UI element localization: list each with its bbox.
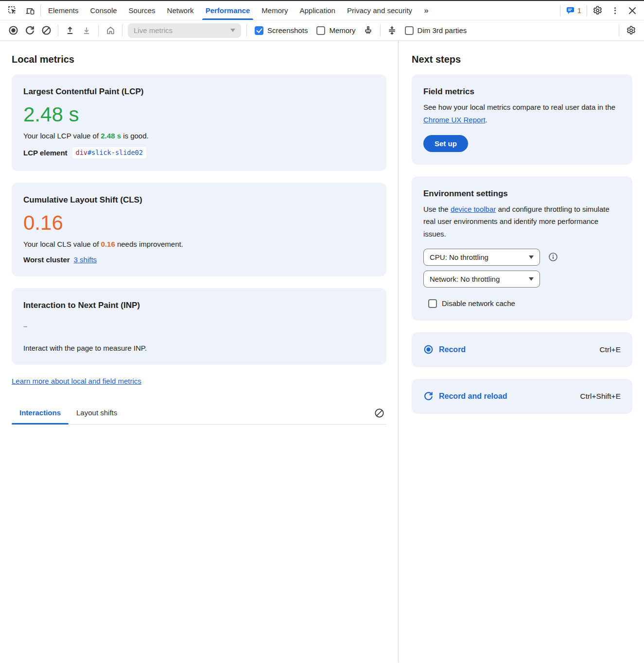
set-up-button[interactable]: Set up (423, 135, 468, 152)
home-icon (105, 25, 116, 35)
lcp-element-link[interactable]: div#slick-slide02 (72, 147, 146, 158)
lcp-description: Your local LCP value of 2.48 s is good. (23, 132, 375, 140)
chrome-ux-report-link[interactable]: Chrome UX Report (423, 116, 486, 124)
issues-bubble-icon (566, 6, 575, 15)
record-icon (8, 25, 18, 35)
dim-3rd-parties-toggle[interactable]: Dim 3rd parties (400, 26, 471, 35)
memory-label: Memory (329, 26, 355, 34)
device-toolbar-link[interactable]: device toolbar (451, 205, 496, 213)
cls-value: 0.16 (23, 212, 375, 234)
tab-elements[interactable]: Elements (42, 1, 85, 20)
record-and-reload-button[interactable] (21, 22, 38, 39)
field-metrics-text-prefix: See how your local metrics compare to re… (423, 103, 581, 111)
screenshots-checkbox[interactable] (255, 26, 263, 35)
reload-icon (25, 25, 35, 35)
capture-settings-button[interactable] (623, 22, 639, 39)
tab-label: Application (300, 6, 335, 15)
environment-settings-title: Environment settings (423, 189, 621, 199)
tab-label: Elements (48, 6, 79, 15)
tab-application[interactable]: Application (294, 1, 341, 20)
collapse-button[interactable] (384, 22, 400, 39)
info-icon[interactable] (548, 252, 558, 262)
record-shortcut: Ctrl+E (600, 345, 621, 354)
clear-log-button[interactable] (372, 408, 386, 424)
lcp-element-row: LCP element div#slick-slide02 (23, 147, 375, 158)
memory-checkbox[interactable] (316, 26, 325, 35)
collect-garbage-button[interactable] (360, 22, 377, 39)
chevron-down-icon (529, 277, 534, 281)
cls-description: Your local CLS value of 0.16 needs impro… (23, 240, 375, 248)
tab-performance[interactable]: Performance (200, 1, 256, 20)
tab-label: Console (90, 6, 117, 15)
network-throttling-select[interactable]: Network: No throttling (423, 271, 540, 288)
disable-network-cache-label: Disable network cache (442, 299, 515, 307)
history-dropdown[interactable]: Live metrics (128, 23, 241, 38)
tab-label: Interactions (19, 408, 61, 417)
inp-description: Interact with the page to measure INP. (23, 344, 375, 352)
collapse-icon (387, 25, 397, 35)
learn-more-link[interactable]: Learn more about local and field metrics (12, 377, 141, 385)
field-metrics-text-suffix: . (486, 116, 487, 124)
environment-settings-card: Environment settings Use the device tool… (412, 176, 632, 321)
tabbar-separator (560, 5, 560, 16)
lcp-desc-suffix: is good. (121, 132, 149, 140)
toolbar-separator (619, 25, 619, 36)
inspect-element-button[interactable] (4, 2, 21, 19)
tabbar-separator (40, 5, 41, 16)
settings-button[interactable] (589, 2, 606, 19)
disable-network-cache-toggle[interactable]: Disable network cache (428, 299, 621, 308)
record-and-reload-card[interactable]: Record and reload Ctrl+Shift+E (412, 379, 632, 414)
device-toolbar-button[interactable] (21, 2, 39, 19)
worst-cluster-link[interactable]: 3 shifts (74, 255, 97, 264)
element-id: #slick-slide02 (87, 149, 143, 156)
close-devtools-button[interactable] (624, 2, 641, 19)
tab-layout-shifts[interactable]: Layout shifts (69, 408, 125, 424)
tab-sources[interactable]: Sources (123, 1, 161, 20)
lcp-desc-prefix: Your local LCP value of (23, 132, 101, 140)
tab-network[interactable]: Network (161, 1, 200, 20)
devtools-tabbar: Elements Console Sources Network Perform… (0, 1, 644, 20)
cls-card: Cumulative Layout Shift (CLS) 0.16 Your … (12, 183, 386, 276)
save-profile-button[interactable] (78, 22, 95, 39)
field-metrics-card: Field metrics See how your local metrics… (412, 74, 632, 165)
field-metrics-text: See how your local metrics compare to re… (423, 101, 621, 126)
record-card[interactable]: Record Ctrl+E (412, 332, 632, 367)
cls-desc-prefix: Your local CLS value of (23, 240, 101, 248)
tab-label: Memory (261, 6, 288, 15)
home-button[interactable] (102, 22, 119, 39)
env-text-prefix: Use the (423, 205, 451, 213)
lcp-desc-value: 2.48 s (101, 132, 121, 140)
environment-settings-text: Use the device toolbar and configure thr… (423, 203, 621, 240)
clear-button[interactable] (38, 22, 54, 39)
performance-toolbar: Live metrics Screenshots Memory (0, 20, 644, 41)
record-and-reload-label: Record and reload (439, 392, 507, 401)
lcp-card: Largest Contentful Paint (LCP) 2.48 s Yo… (12, 74, 386, 171)
panel-tabs: Elements Console Sources Network Perform… (42, 1, 435, 20)
tab-memory[interactable]: Memory (256, 1, 294, 20)
tab-console[interactable]: Console (85, 1, 123, 20)
more-options-button[interactable] (606, 2, 624, 19)
tab-label: Privacy and security (347, 6, 412, 15)
tab-privacy-and-security[interactable]: Privacy and security (341, 1, 418, 20)
lcp-title: Largest Contentful Paint (LCP) (23, 87, 375, 97)
screenshots-toggle[interactable]: Screenshots (250, 26, 312, 35)
issues-counter-button[interactable]: 1 (562, 6, 585, 15)
field-metrics-text-mid: data in the (581, 103, 615, 111)
cpu-throttling-select[interactable]: CPU: No throttling (423, 249, 540, 266)
disable-network-cache-checkbox[interactable] (428, 299, 437, 308)
lcp-element-label: LCP element (23, 149, 68, 157)
memory-toggle[interactable]: Memory (312, 26, 360, 35)
load-profile-button[interactable] (62, 22, 78, 39)
tab-interactions[interactable]: Interactions (12, 408, 69, 424)
next-steps-heading: Next steps (412, 54, 632, 65)
more-tabs-button[interactable]: » (418, 1, 435, 20)
inp-value: – (23, 322, 375, 330)
toolbar-separator (122, 25, 122, 36)
chevron-down-icon (529, 255, 534, 259)
record-and-reload-shortcut: Ctrl+Shift+E (580, 392, 621, 401)
garbage-brush-icon (363, 25, 373, 35)
record-button[interactable] (5, 22, 21, 39)
record-label: Record (439, 345, 466, 354)
dim-3rd-parties-checkbox[interactable] (405, 26, 414, 35)
local-metrics-pane: Local metrics Largest Contentful Paint (… (0, 41, 399, 663)
